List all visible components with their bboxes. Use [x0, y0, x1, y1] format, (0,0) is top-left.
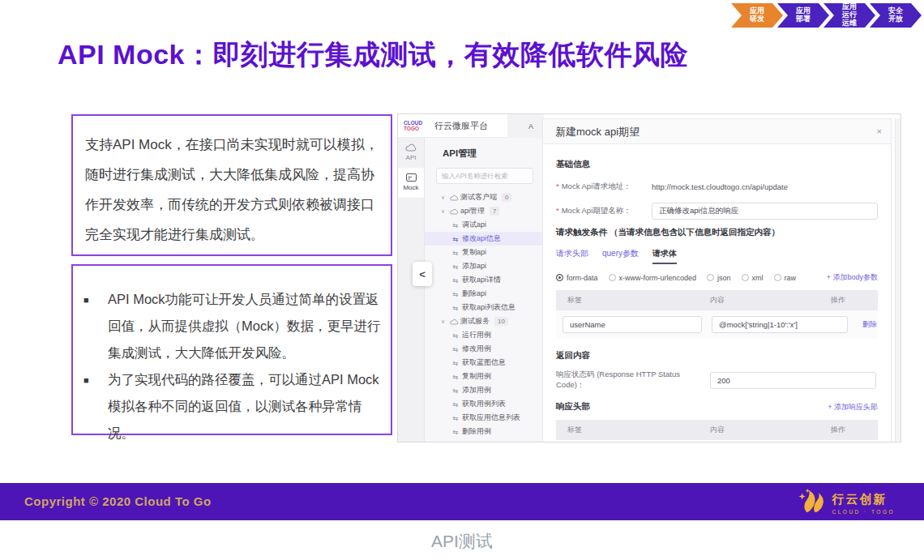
radio-json[interactable]: json — [707, 274, 731, 282]
tree-leaf-get-app-info-list[interactable]: ⇆ 获取应用信息列表 — [425, 411, 544, 425]
status-code-input[interactable] — [710, 372, 876, 389]
tree-leaf-get-api-detail[interactable]: ⇆ 获取api详情 — [425, 273, 544, 287]
tree-leaf-get-blueprint[interactable]: ⇆ 获取蓝图信息 — [425, 356, 544, 370]
swap-icon: ⇆ — [452, 235, 462, 243]
phase-arrows: 应用 研发 应用 部署 应用 运行 运维 安全 开放 — [737, 3, 922, 28]
radio-icon — [742, 274, 749, 281]
swap-icon: ⇆ — [452, 414, 462, 422]
swap-icon: ⇆ — [452, 373, 462, 381]
intro-paragraph: 支持API Mock，在接口尚未实现时就可以模拟，随时进行集成测试，大大降低集成… — [85, 130, 380, 250]
rail-item-api[interactable]: API — [398, 138, 424, 168]
add-response-header-link[interactable]: + 添加响应头部 — [828, 402, 878, 413]
api-search-input[interactable] — [436, 168, 533, 184]
tree-leaf-delete-case[interactable]: ⇆ 删除用例 — [425, 425, 544, 438]
tree-leaf-delete-api[interactable]: ⇆ 删除api — [425, 287, 544, 301]
rail-item-mock[interactable]: Mock — [398, 168, 424, 198]
body-param-row: 删除 — [556, 310, 878, 339]
radio-form-data[interactable]: form-data — [556, 274, 598, 282]
phase-security: 安全 开放 — [870, 3, 922, 28]
bullet-item: ■ API Mock功能可让开发人员通过简单的设置返回值，从而提供虚拟（Mock… — [83, 286, 383, 366]
tab-request-body[interactable]: 请求体 — [652, 248, 677, 264]
tab-query-params[interactable]: query参数 — [602, 248, 639, 264]
service-group-icon — [450, 318, 460, 325]
tree-leaf-add-case[interactable]: ⇆ 添加用例 — [425, 383, 544, 397]
swap-icon: ⇆ — [452, 359, 462, 367]
figure-caption: API测试 — [0, 530, 924, 553]
tree-group-test-client[interactable]: ∨ 测试客户端 0 — [425, 190, 544, 204]
tree-leaf-get-api-list[interactable]: ⇆ 获取api列表信息 — [425, 301, 544, 314]
bullet-text: API Mock功能可让开发人员通过简单的设置返回值，从而提供虚拟（Mock）数… — [108, 286, 383, 366]
tree-leaf-modify-api-info[interactable]: ⇆ 修改api信息 — [425, 232, 544, 246]
tree-group-test-service[interactable]: ∨ 测试服务 10 — [425, 314, 544, 328]
required-asterisk: * — [556, 206, 559, 215]
topbar-tab-partial[interactable]: A — [507, 114, 544, 138]
radio-raw[interactable]: raw — [774, 274, 797, 282]
swap-icon: ⇆ — [452, 263, 462, 271]
rail-api-label: API — [398, 154, 424, 162]
bullet-item: ■ 为了实现代码的路径覆盖，可以通过API Mock模拟各种不同的返回值，以测试… — [83, 366, 383, 447]
add-body-param-link[interactable]: + 添加body参数 — [827, 272, 878, 283]
tree-count-badge: 10 — [494, 317, 508, 326]
tree-group-label: 测试服务 — [460, 316, 490, 327]
tree-count-badge: 0 — [502, 193, 511, 202]
expectation-name-label: *Mock Api期望名称： — [556, 206, 652, 216]
swap-icon: ⇆ — [452, 345, 462, 353]
intro-text-box: 支持API Mock，在接口尚未实现时就可以模拟，随时进行集成测试，大大降低集成… — [71, 114, 392, 256]
chevron-down-icon[interactable]: ∨ — [441, 208, 450, 215]
delete-param-link[interactable]: 删除 — [862, 319, 877, 330]
radio-x-www-form-urlencoded[interactable]: x-www-form-urlencoded — [609, 274, 697, 282]
table-header-row: 标签 内容 操作 — [556, 290, 878, 310]
param-name-input[interactable] — [563, 316, 702, 333]
radio-icon — [774, 274, 781, 281]
swap-icon: ⇆ — [452, 400, 462, 408]
basic-info-section-title: 基础信息 — [556, 159, 878, 170]
bird-logo-icon — [796, 488, 827, 519]
tree-leaf-modify-case[interactable]: ⇆ 修改用例 — [425, 342, 544, 356]
cloudtogo-footer-logo: 行云创新 CLOUD · TOGO — [796, 488, 895, 519]
panel-title: API管理 — [443, 147, 544, 160]
modal-title: 新建mock api期望 — [555, 126, 640, 138]
phase-app-ops: 应用 运行 运维 — [823, 3, 875, 28]
tree-leaf-run-case[interactable]: ⇆ 运行用例 — [425, 328, 544, 342]
param-value-input[interactable] — [712, 316, 848, 333]
sidebar-collapse-button[interactable]: < — [413, 262, 432, 286]
tree-leaf-copy-case[interactable]: ⇆ 复制用例 — [425, 370, 544, 383]
bullet-text: 为了实现代码的路径覆盖，可以通过API Mock模拟各种不同的返回值，以测试各种… — [108, 366, 383, 447]
response-header-section-title: 响应头部 — [556, 401, 590, 413]
response-header-row: 响应头部 + 添加响应头部 — [556, 401, 878, 413]
mock-window-icon — [406, 176, 417, 183]
tree-leaf-get-case-list[interactable]: ⇆ 获取用例列表 — [425, 397, 544, 411]
logo-cn-text: 行云创新 — [832, 492, 895, 507]
phase-app-deploy: 应用 部署 — [777, 3, 829, 28]
new-mock-expectation-modal: 新建mock api期望 × 基础信息 *Mock Api请求地址： http:… — [542, 118, 892, 442]
chevron-down-icon[interactable]: ∨ — [441, 318, 450, 325]
trigger-section-title: 请求触发条件 （当请求信息包含以下信息时返回指定内容） — [556, 227, 878, 238]
swap-icon: ⇆ — [452, 428, 462, 436]
tree-count-badge: 7 — [490, 207, 499, 216]
logo-en-text: CLOUD · TOGO — [832, 509, 895, 515]
swap-icon: ⇆ — [452, 304, 462, 312]
radio-xml[interactable]: xml — [742, 274, 764, 282]
feature-bullets-box: ■ API Mock功能可让开发人员通过简单的设置返回值，从而提供虚拟（Mock… — [71, 264, 392, 435]
tab-request-header[interactable]: 请求头部 — [556, 248, 588, 264]
swap-icon: ⇆ — [452, 290, 462, 298]
chevron-down-icon[interactable]: ∨ — [441, 195, 450, 201]
request-url-row: *Mock Api请求地址： http://mock.test.cloudtog… — [556, 178, 878, 195]
tree-group-api-mgmt[interactable]: ∨ api管理 7 — [425, 204, 544, 218]
modal-scrollbar[interactable] — [895, 118, 900, 442]
expectation-name-input[interactable] — [652, 203, 878, 220]
page-title: API Mock：即刻进行集成测试，有效降低软件风险 — [58, 36, 688, 74]
status-code-row: 响应状态码 (Response HTTP Status Code)： — [556, 370, 878, 391]
tree-leaf-copy-api[interactable]: ⇆ 复制api — [425, 246, 544, 259]
tree-leaf-debug-api[interactable]: ⇆ 调试api — [425, 218, 544, 232]
swap-icon: ⇆ — [452, 221, 462, 229]
service-group-icon — [450, 195, 460, 201]
slide-footer: Copyright © 2020 Cloud To Go 行云创新 CLOUD … — [0, 483, 924, 520]
api-sidebar-panel: API管理 ∨ 测试客户端 0 ∨ api管理 7 ⇆ 调试api — [425, 138, 544, 442]
slide-page: 应用 研发 应用 部署 应用 运行 运维 安全 开放 API Mock：即刻进行… — [0, 0, 924, 560]
close-icon[interactable]: × — [877, 119, 882, 144]
tree-leaf-add-api[interactable]: ⇆ 添加api — [425, 259, 544, 273]
bullet-square-icon: ■ — [83, 366, 108, 447]
api-tree: ∨ 测试客户端 0 ∨ api管理 7 ⇆ 调试api ⇆ 修改 — [425, 190, 544, 438]
body-type-radios: form-data x-www-form-urlencoded json xml… — [556, 272, 878, 283]
